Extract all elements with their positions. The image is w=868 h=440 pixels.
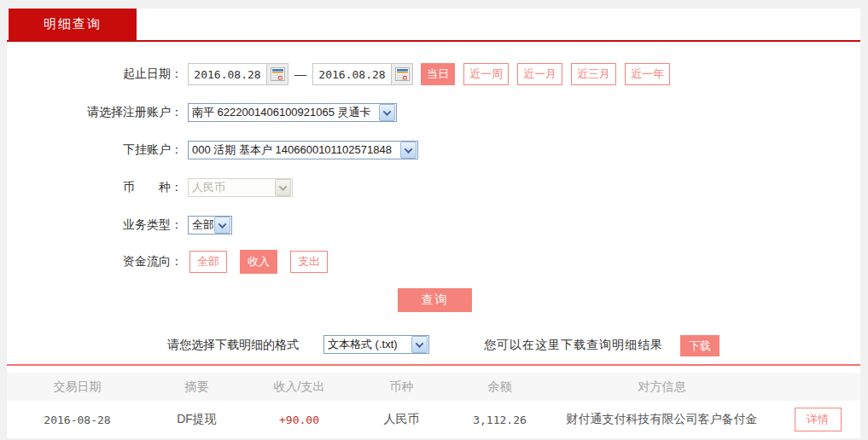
- cell-summary: DF提现: [148, 412, 246, 427]
- business-type-value: 全部: [189, 217, 213, 233]
- date-range-separator: —: [294, 67, 306, 81]
- cell-currency: 人民币: [352, 412, 451, 427]
- start-date-input[interactable]: 2016.08.28: [188, 63, 288, 85]
- fund-direction-expense-button[interactable]: 支出: [290, 251, 328, 273]
- chevron-down-icon: [275, 179, 291, 196]
- section-separator: [7, 364, 860, 366]
- download-hint-text: 您可以在这里下载查询明细结果: [484, 338, 663, 353]
- start-date-calendar-button[interactable]: [266, 64, 288, 84]
- end-date-calendar-button[interactable]: [391, 64, 412, 84]
- download-format-value: 文本格式 (.txt): [324, 337, 411, 352]
- header-balance: 余额: [451, 379, 549, 395]
- header-summary: 摘要: [148, 379, 246, 395]
- business-type-row: 业务类型： 全部: [7, 214, 860, 236]
- detail-query-page: 明细查询 起止日期： 2016.08.28 — 2: [0, 0, 868, 440]
- cell-balance: 3,112.26: [451, 414, 549, 426]
- header-income-expense: 收入/支出: [246, 379, 352, 395]
- content-card: 明细查询 起止日期： 2016.08.28 — 2: [7, 9, 860, 438]
- business-type-select[interactable]: 全部: [188, 216, 232, 234]
- currency-label: 币 种：: [7, 180, 183, 195]
- chevron-down-icon: [214, 217, 230, 234]
- quick-range-three-month-button[interactable]: 近三月: [571, 63, 616, 85]
- calendar-icon: [395, 67, 410, 81]
- results-table-header: 交易日期 摘要 收入/支出 币种 余额 对方信息: [7, 373, 860, 401]
- business-type-label: 业务类型：: [7, 217, 183, 233]
- sub-account-value: 000 活期 基本户 1406600101102571848: [189, 142, 399, 158]
- download-button[interactable]: 下载: [680, 335, 719, 356]
- date-range-label: 起止日期：: [7, 67, 183, 82]
- currency-row: 币 种： 人民币: [7, 177, 860, 199]
- registered-account-select[interactable]: 南平 6222001406100921065 灵通卡: [188, 103, 397, 122]
- download-format-label: 请您选择下载明细的格式: [167, 338, 299, 353]
- query-button[interactable]: 查询: [398, 288, 472, 312]
- date-range-row: 起止日期： 2016.08.28 — 2016.08.28: [7, 63, 860, 85]
- currency-select: 人民币: [188, 178, 293, 197]
- tab-detail-query[interactable]: 明细查询: [9, 9, 137, 40]
- chevron-down-icon: [400, 142, 417, 159]
- quick-range-week-button[interactable]: 近一周: [463, 63, 509, 85]
- end-date-input[interactable]: 2016.08.28: [312, 63, 413, 85]
- sub-account-label: 下挂账户：: [7, 142, 183, 158]
- quick-range-year-button[interactable]: 近一年: [625, 63, 670, 85]
- start-date-value: 2016.08.28: [189, 64, 266, 84]
- registered-account-value: 南平 6222001406100921065 灵通卡: [189, 105, 378, 120]
- chevron-down-icon: [379, 104, 395, 121]
- quick-range-today-button[interactable]: 当日: [421, 63, 455, 85]
- fund-direction-income-button[interactable]: 收入: [240, 250, 277, 274]
- fund-direction-label: 资金流向：: [7, 254, 183, 269]
- download-row: 请您选择下载明细的格式 文本格式 (.txt) 您可以在这里下载查询明细结果 下…: [7, 334, 860, 356]
- calendar-icon: [271, 67, 285, 81]
- chevron-down-icon: [411, 336, 428, 353]
- currency-value: 人民币: [189, 180, 274, 195]
- header-transaction-date: 交易日期: [7, 379, 148, 395]
- end-date-value: 2016.08.28: [313, 64, 391, 84]
- sub-account-select[interactable]: 000 活期 基本户 1406600101102571848: [188, 141, 418, 159]
- cell-amount: +90.00: [246, 414, 352, 426]
- registered-account-label: 请选择注册账户：: [7, 105, 183, 120]
- quick-range-month-button[interactable]: 近一月: [517, 63, 562, 85]
- cell-counterparty: 财付通支付科技有限公司客户备付金: [549, 412, 775, 427]
- header-currency: 币种: [352, 379, 451, 395]
- download-format-select[interactable]: 文本格式 (.txt): [323, 335, 429, 354]
- table-row: 2016-08-28 DF提现 +90.00 人民币 3,112.26 财付通支…: [7, 401, 860, 438]
- cell-transaction-date: 2016-08-28: [7, 414, 148, 426]
- fund-direction-all-button[interactable]: 全部: [189, 251, 227, 273]
- header-counterparty: 对方信息: [549, 379, 775, 395]
- tab-underline: [7, 40, 860, 42]
- fund-direction-row: 资金流向： 全部 收入 支出: [7, 251, 860, 273]
- detail-button[interactable]: 详情: [795, 408, 842, 431]
- registered-account-row: 请选择注册账户： 南平 6222001406100921065 灵通卡: [7, 101, 860, 124]
- sub-account-row: 下挂账户： 000 活期 基本户 1406600101102571848: [7, 139, 860, 161]
- tab-bar: 明细查询: [7, 9, 860, 40]
